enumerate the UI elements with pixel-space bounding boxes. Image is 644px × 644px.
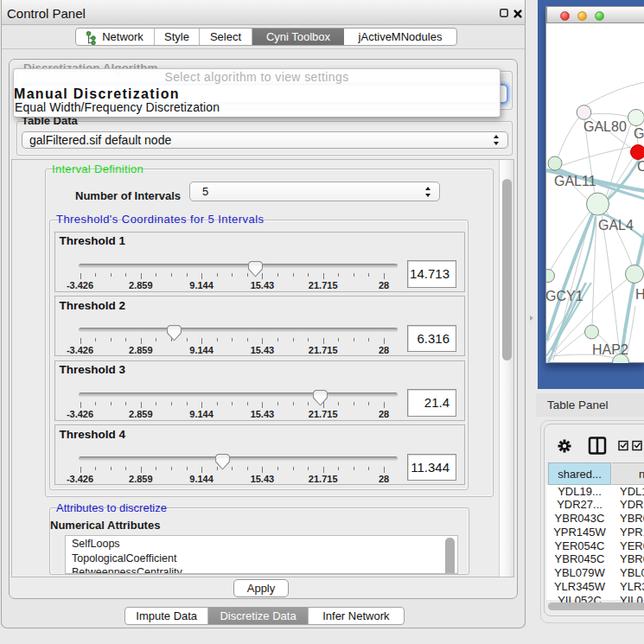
svg-text:GA: GA [634,126,644,141]
svg-text:H: H [635,287,644,302]
svg-text:GAL11: GAL11 [554,174,596,188]
svg-text:C: C [637,159,644,174]
svg-text:HAP2: HAP2 [592,342,628,357]
svg-text:GCY1: GCY1 [546,289,583,303]
svg-text:GAL4: GAL4 [598,218,634,233]
svg-text:GAL80: GAL80 [583,119,627,134]
